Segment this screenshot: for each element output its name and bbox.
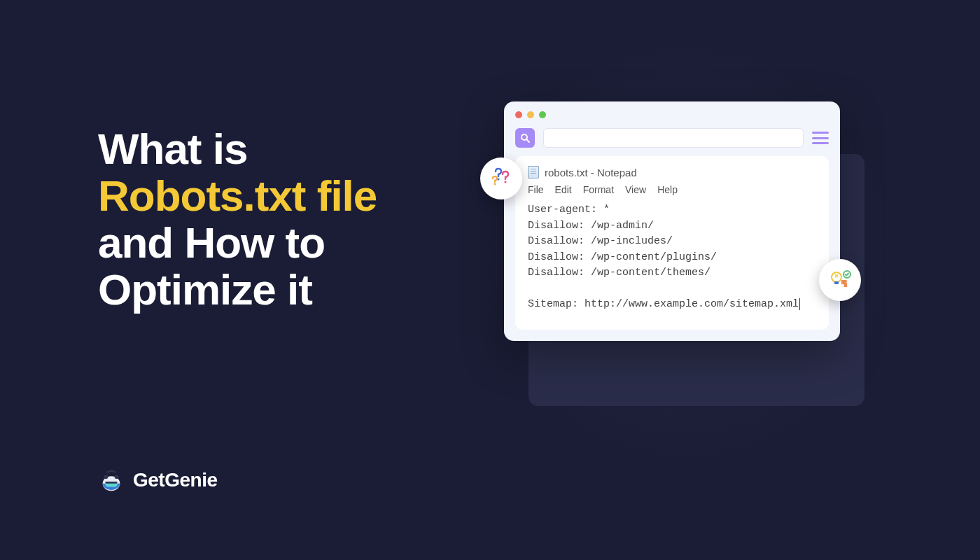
svg-point-9	[494, 183, 496, 186]
line-5: Disallow: /wp-content/themes/	[528, 267, 710, 279]
brand-name: GetGenie	[133, 469, 217, 491]
headline: What is Robots.txt file and How to Optim…	[98, 126, 469, 314]
svg-point-8	[504, 181, 506, 183]
svg-point-10	[832, 272, 841, 282]
notepad-menu: File Edit Format View Help	[528, 184, 816, 195]
address-row	[515, 128, 829, 148]
menu-help[interactable]: Help	[657, 184, 678, 195]
line-4: Disallow: /wp-content/plugins/	[528, 251, 717, 263]
file-icon	[528, 166, 539, 178]
menu-format[interactable]: Format	[583, 184, 614, 195]
idea-badge	[819, 259, 861, 301]
svg-rect-11	[834, 281, 839, 284]
line-2: Disallow: /wp-admin/	[528, 220, 654, 232]
genie-icon	[98, 467, 125, 493]
menu-file[interactable]: File	[528, 184, 544, 195]
menu-edit[interactable]: Edit	[555, 184, 572, 195]
line-1: User-agent: *	[528, 204, 610, 216]
browser-chrome	[504, 102, 840, 156]
question-badge	[480, 158, 522, 200]
text-cursor	[799, 298, 800, 310]
close-icon[interactable]	[515, 111, 522, 118]
notepad-title: robots.txt - Notepad	[545, 167, 637, 178]
headline-line3: and How to Optimize it	[98, 218, 325, 314]
headline-line1: What is	[98, 125, 247, 173]
address-bar[interactable]	[543, 128, 804, 148]
brand-logo: GetGenie	[98, 467, 217, 493]
svg-line-6	[526, 139, 529, 142]
line-7: Sitemap: http://www.example.com/sitemap.…	[528, 298, 799, 310]
svg-rect-2	[105, 482, 117, 484]
svg-point-4	[115, 475, 119, 479]
search-button[interactable]	[515, 128, 535, 148]
minimize-icon[interactable]	[527, 111, 534, 118]
notepad-content[interactable]: User-agent: * Disallow: /wp-admin/ Disal…	[528, 202, 816, 313]
maximize-icon[interactable]	[539, 111, 546, 118]
search-icon	[520, 133, 530, 143]
menu-view[interactable]: View	[625, 184, 646, 195]
notepad-titlebar: robots.txt - Notepad	[528, 166, 816, 178]
traffic-lights	[515, 111, 829, 118]
notepad-window: robots.txt - Notepad File Edit Format Vi…	[515, 156, 829, 330]
line-3: Disallow: /wp-includes/	[528, 235, 673, 247]
question-marks-icon	[489, 166, 514, 191]
svg-point-3	[104, 475, 108, 479]
lightbulb-puzzle-icon	[827, 267, 853, 293]
headline-highlight: Robots.txt file	[98, 172, 377, 220]
menu-icon[interactable]	[812, 132, 829, 144]
browser-window: robots.txt - Notepad File Edit Format Vi…	[504, 102, 840, 341]
